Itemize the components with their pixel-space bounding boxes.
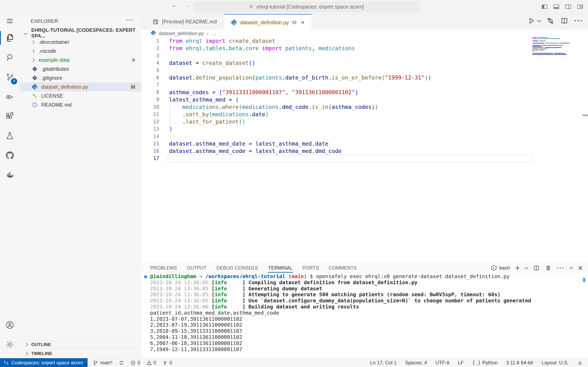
toggle-secondary-sidebar-icon[interactable] [565,3,572,10]
python-file-icon [31,83,38,90]
panel-tab-comments[interactable]: COMMENTS [324,262,362,273]
terminal-line-3: 2023-10-24 13:36:05 [info ] Generating d… [144,286,588,292]
toggle-panel-icon[interactable] [553,3,560,10]
more-actions-icon[interactable]: ··· [574,17,583,25]
timeline-section[interactable]: TIMELINE [20,349,141,358]
new-terminal-icon[interactable]: + [515,264,520,272]
nav-back-button[interactable]: ← [172,2,178,8]
status-warnings[interactable]: 0 [146,360,156,366]
panel-tab-debug-console[interactable]: DEBUG CONSOLE [212,262,263,273]
tree-item-label: LICENSE [41,93,63,99]
activity-bar-item-explorer[interactable] [0,28,20,48]
command-center-search[interactable]: ehrql-tutorial [Codespaces: expert space… [194,2,419,12]
outline-section[interactable]: OUTLINE [20,340,141,349]
breadcrumb[interactable]: dataset_definition.py › … [141,30,588,37]
tree-item-license[interactable]: LICENSE [20,91,141,100]
kill-terminal-icon[interactable] [545,265,552,271]
terminal-icon [491,265,497,271]
panel-tab-terminal[interactable]: TERMINAL [263,262,298,273]
tree-item-devcontainer[interactable]: .devcontainer [20,38,141,47]
tree-item-example-data[interactable]: example-data [20,55,141,64]
explorer-sidebar: EXPLORER ··· EHRQL-TUTORIAL [CODESPACES:… [20,14,141,358]
status-keyboard-layout[interactable]: Layout: U.S. [542,360,569,366]
tree-item-dataset-definition-py[interactable]: dataset_definition.pyM [20,82,141,91]
tab-dataset-definition-py[interactable]: dataset_definition.pyM× [224,14,312,30]
run-dropdown-chevron-icon[interactable] [537,18,541,22]
chevron-right-icon [24,343,28,346]
activity-bar-item-run-debug[interactable] [0,87,20,106]
tree-item-gitattributes[interactable]: .gitattributes [20,64,141,73]
play-icon [527,17,535,25]
toggle-sidebar-icon[interactable] [541,3,548,10]
terminal-scrollbar[interactable] [583,278,585,282]
activity-bar-item-search[interactable] [0,48,20,67]
status-sync[interactable] [119,360,124,366]
panel-more-actions-icon[interactable]: ··· [557,264,565,271]
code-text: dataset.asthma_med_code = latest_asthma_… [159,147,342,155]
bottom-panel: PROBLEMSOUTPUTDEBUG CONSOLETERMINALPORTS… [141,262,588,358]
activity-bar-item-testing[interactable] [0,126,20,146]
split-terminal-icon[interactable] [533,265,540,271]
application-menu-button[interactable] [7,14,13,28]
key-file-icon [31,92,38,99]
code-line-7: 7 [141,81,588,89]
activity-bar-item-extensions[interactable] [0,106,20,126]
status-branch[interactable]: main* [93,360,112,366]
tab-label: [Preview] README.md [162,18,217,25]
status-cursor-position[interactable]: Ln 17, Col 1 [370,360,397,366]
activity-bar-item-settings[interactable] [0,335,20,354]
maximize-panel-icon[interactable] [570,267,573,270]
explorer-actions-button[interactable]: ··· [126,17,134,24]
close-tab-icon[interactable]: × [301,19,305,26]
outline-label: OUTLINE [31,342,51,347]
terminal-dropdown-chevron-icon[interactable] [525,266,528,269]
status-errors[interactable]: 0 [130,360,140,366]
panel-tab-problems[interactable]: PROBLEMS [145,262,182,273]
status-interpreter[interactable]: 3.11.6 64-bit [506,360,533,366]
file-tree: EHRQL-TUTORIAL [CODESPACES: EXPERT SPA..… [20,29,141,109]
open-changes-icon[interactable] [546,17,554,25]
minimap[interactable] [532,37,570,52]
info-file-icon [31,101,38,108]
code-line-17: 17 [141,155,588,162]
code-editor[interactable]: 1from ehrql import create_dataset2from e… [141,37,588,262]
terminal-profile[interactable]: bash [491,265,510,271]
code-text: ) [159,125,172,133]
line-number: 4 [141,59,159,67]
tree-item-readme-md[interactable]: README.md [20,100,141,109]
tab-modified-badge: M [292,20,296,25]
terminal-output[interactable]: ● @iaindillingham → /workspaces/ehrql-tu… [141,273,588,358]
split-editor-icon[interactable] [561,17,568,25]
breadcrumb-file[interactable]: dataset_definition.py [159,31,204,36]
status-encoding[interactable]: UTF-8 [435,360,449,366]
activity-bar-item-account[interactable] [0,315,20,335]
customize-layout-icon[interactable] [577,3,584,10]
tree-item-ehrql-tutorial-codespaces-expert-spa[interactable]: EHRQL-TUTORIAL [CODESPACES: EXPERT SPA..… [20,29,141,38]
breadcrumb-more[interactable]: … [211,31,216,36]
status-language[interactable]: {.}Python [472,360,498,366]
nav-forward-button[interactable]: → [185,2,191,8]
line-number: 8 [141,89,159,96]
status-eol[interactable]: LF [458,360,464,366]
code-line-3: 3 [141,52,588,59]
close-panel-icon[interactable]: × [578,264,583,272]
run-python-file-button[interactable] [527,17,535,25]
panel-tab-output[interactable]: OUTPUT [182,262,212,273]
status-notifications[interactable] [577,360,583,366]
line-number: 13 [141,125,159,133]
remote-indicator[interactable]: Codespaces: expert space acorn [0,358,87,367]
tree-item-gitignore[interactable]: .gitignore [20,73,141,82]
panel-tab-ports[interactable]: PORTS [297,262,324,273]
github-icon [5,151,15,160]
activity-bar-item-docker[interactable] [0,165,20,185]
status-ports[interactable]: 0 [162,360,172,366]
run-debug-icon [5,92,15,101]
explorer-icon [5,33,15,43]
status-indentation[interactable]: Spaces: 4 [405,360,427,366]
tab-preview-readme-md[interactable]: [Preview] README.md [145,14,224,30]
testing-icon [5,131,15,141]
activity-bar-item-github[interactable] [0,146,20,165]
tree-item-vscode[interactable]: .vscode [20,47,141,55]
activity-bar-item-source-control[interactable]: 7 [0,67,20,87]
terminal-line-4: 2023-10-24 13:36:05 [info ] Attempting t… [144,292,588,298]
